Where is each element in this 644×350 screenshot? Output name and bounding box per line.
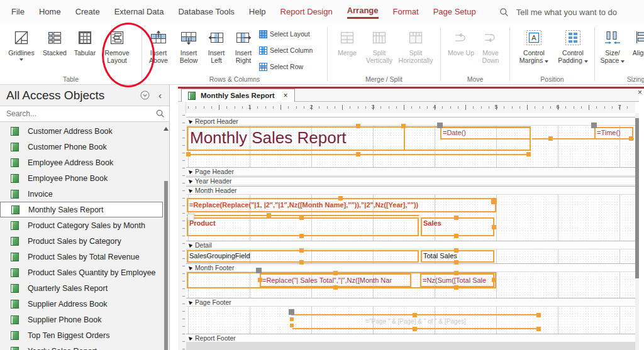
nav-item-product-sales-quantity-by-employee[interactable]: Product Sales Quantity by Employee bbox=[0, 265, 163, 280]
select-row-button[interactable]: Select Row bbox=[259, 62, 303, 72]
menu-file[interactable]: File bbox=[11, 7, 25, 18]
insert-below-button[interactable]: Insert Below bbox=[175, 28, 203, 65]
section-bar-month-header[interactable]: Month Header bbox=[186, 186, 635, 195]
selection-handle[interactable] bbox=[338, 196, 343, 200]
insert-above-button[interactable]: Insert Above bbox=[145, 28, 172, 65]
insert-right-button[interactable]: Insert Right bbox=[230, 28, 257, 65]
selection-handle[interactable] bbox=[491, 199, 497, 204]
tell-me-input[interactable] bbox=[515, 7, 644, 18]
section-bar-report-footer[interactable]: Report Footer bbox=[186, 334, 635, 342]
menu-report-design[interactable]: Report Design bbox=[280, 7, 333, 18]
menu-home[interactable]: Home bbox=[39, 7, 61, 18]
section-bar-year-header[interactable]: Year Header bbox=[186, 177, 635, 185]
selection-handle[interactable] bbox=[536, 327, 541, 331]
selection-handle[interactable] bbox=[356, 152, 360, 156]
nav-item-employee-address-book[interactable]: Employee Address Book bbox=[0, 155, 163, 170]
layout-cell-divider[interactable] bbox=[404, 126, 405, 151]
nav-item-supplier-phone-book[interactable]: Supplier Phone Book bbox=[0, 312, 163, 327]
nav-item-monthly-sales-report[interactable]: Monthly Sales Report bbox=[0, 202, 163, 217]
section-bar-detail[interactable]: Detail bbox=[186, 241, 635, 249]
nav-item-top-ten-biggest-orders[interactable]: Top Ten Biggest Orders bbox=[0, 327, 163, 343]
selection-handle[interactable] bbox=[401, 124, 406, 128]
selection-handle[interactable] bbox=[454, 234, 458, 238]
nav-scrollbar-thumb[interactable] bbox=[164, 181, 168, 350]
selection-handle[interactable] bbox=[333, 285, 338, 290]
tell-me-box[interactable] bbox=[499, 7, 644, 18]
nav-scrollbar[interactable] bbox=[164, 123, 169, 350]
selection-handle[interactable] bbox=[454, 285, 458, 290]
nav-item-invoice[interactable]: Invoice bbox=[0, 186, 163, 202]
tabular-button[interactable]: Tabular bbox=[70, 28, 99, 57]
menu-page-setup[interactable]: Page Setup bbox=[433, 7, 476, 18]
vertical-scrollbar-thumb[interactable] bbox=[635, 118, 639, 278]
selection-handle[interactable] bbox=[299, 248, 304, 253]
selection-handle[interactable] bbox=[492, 278, 496, 282]
time-textbox[interactable]: =Time() bbox=[594, 127, 633, 139]
insert-left-button[interactable]: Insert Left bbox=[204, 28, 229, 65]
tab-monthly-sales-report[interactable]: Monthly Sales Report × bbox=[181, 89, 295, 102]
nav-search-input[interactable] bbox=[5, 109, 156, 119]
nav-item-customer-address-book[interactable]: Customer Address Book bbox=[0, 123, 163, 139]
nav-item-product-sales-by-category[interactable]: Product Sales by Category bbox=[0, 233, 163, 249]
nav-item-product-category-sales-by-month[interactable]: Product Category Sales by Month bbox=[0, 217, 163, 233]
close-icon[interactable]: × bbox=[638, 88, 642, 97]
selection-handle[interactable] bbox=[413, 313, 417, 317]
selection-handle[interactable] bbox=[536, 313, 541, 317]
move-handle[interactable] bbox=[256, 268, 262, 273]
selection-handle[interactable] bbox=[454, 248, 458, 253]
selection-handle[interactable] bbox=[492, 225, 496, 229]
stacked-button[interactable]: Stacked bbox=[40, 28, 69, 57]
selection-handle[interactable] bbox=[454, 216, 458, 220]
shutter-close-icon[interactable]: ‹ bbox=[158, 90, 162, 101]
scroll-up-icon[interactable] bbox=[164, 127, 169, 131]
selection-handle[interactable] bbox=[258, 278, 262, 282]
selection-handle[interactable] bbox=[526, 152, 531, 156]
menu-arrange[interactable]: Arrange bbox=[347, 6, 379, 19]
menu-format[interactable]: Format bbox=[393, 7, 419, 18]
gridlines-button[interactable]: Gridlines bbox=[5, 28, 38, 61]
selection-handle[interactable] bbox=[454, 271, 458, 275]
section-bar-page-header[interactable]: Page Header bbox=[186, 167, 635, 176]
selection-handle[interactable] bbox=[333, 271, 338, 275]
select-layout-button[interactable]: Select Layout bbox=[259, 29, 310, 39]
layout-row-line[interactable] bbox=[532, 138, 634, 139]
control-padding-button[interactable]: Control Padding bbox=[555, 28, 591, 65]
nav-item-quarterly-sales-report[interactable]: Quarterly Sales Report bbox=[0, 280, 163, 296]
report-design-canvas[interactable]: Report Header Page Header Year Header Mo… bbox=[186, 113, 635, 350]
selection-handle[interactable] bbox=[299, 260, 304, 265]
selection-handle[interactable] bbox=[290, 324, 294, 327]
move-handle[interactable] bbox=[591, 123, 597, 128]
section-bar-report-header[interactable]: Report Header bbox=[186, 117, 635, 126]
nav-item-employee-phone-book[interactable]: Employee Phone Book bbox=[0, 170, 163, 186]
selection-handle[interactable] bbox=[267, 213, 271, 217]
move-handle[interactable] bbox=[289, 309, 294, 315]
menu-help[interactable]: Help bbox=[249, 7, 266, 18]
selection-handle[interactable] bbox=[299, 216, 304, 220]
vertical-scrollbar[interactable] bbox=[635, 113, 639, 350]
control-margins-button[interactable]: A Control Margins bbox=[516, 28, 552, 65]
selection-handle[interactable] bbox=[186, 152, 191, 156]
close-icon[interactable]: × bbox=[284, 92, 288, 99]
nav-item-supplier-address-book[interactable]: Supplier Address Book bbox=[0, 296, 163, 312]
selection-handle[interactable] bbox=[299, 234, 304, 238]
selection-handle[interactable] bbox=[454, 260, 458, 265]
menu-create[interactable]: Create bbox=[75, 7, 100, 18]
selection-handle[interactable] bbox=[629, 136, 633, 141]
select-column-button[interactable]: Select Column bbox=[259, 45, 313, 55]
date-textbox[interactable]: =Date() bbox=[440, 127, 531, 139]
selection-handle[interactable] bbox=[290, 317, 294, 321]
selection-handle[interactable] bbox=[413, 327, 417, 331]
section-bar-month-footer[interactable]: Month Footer bbox=[186, 263, 635, 272]
align-button[interactable]: Align bbox=[629, 28, 644, 57]
nav-pane-menu-icon[interactable] bbox=[140, 90, 150, 100]
nav-search-box[interactable] bbox=[0, 106, 170, 122]
section-bar-page-footer[interactable]: Page Footer bbox=[186, 298, 635, 307]
layout-anchor-icon[interactable] bbox=[187, 214, 194, 221]
selection-handle[interactable] bbox=[356, 124, 360, 128]
nav-item-customer-phone-book[interactable]: Customer Phone Book bbox=[0, 139, 163, 155]
size-space-button[interactable]: Size/ Space bbox=[599, 28, 626, 65]
menu-external-data[interactable]: External Data bbox=[114, 7, 164, 18]
nav-pane-header[interactable]: All Access Objects ‹ bbox=[0, 85, 169, 106]
move-handle[interactable] bbox=[437, 123, 443, 128]
nav-item-yearly-sales-report[interactable]: Yearly Sales Report bbox=[0, 343, 163, 350]
